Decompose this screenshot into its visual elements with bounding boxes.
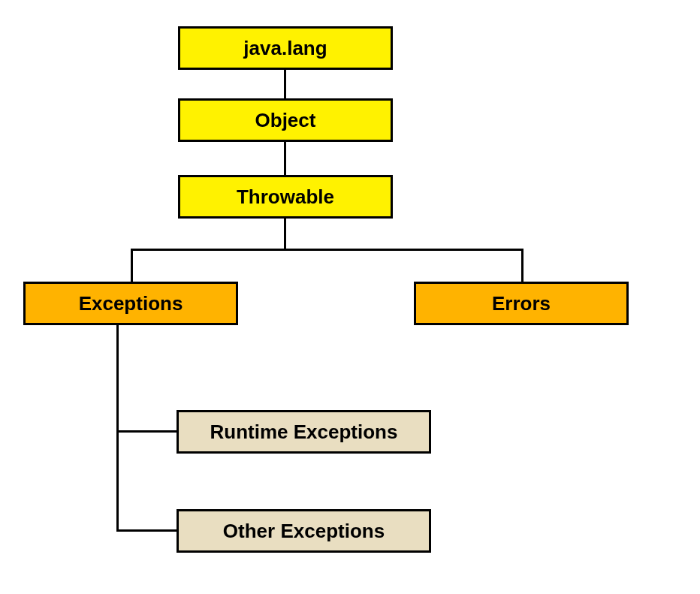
box-throwable: Throwable [178,175,393,219]
box-object: Object [178,98,393,142]
box-exceptions: Exceptions [23,282,238,325]
box-javalang: java.lang [178,26,393,70]
box-runtime-exceptions: Runtime Exceptions [177,410,431,454]
connector-javalang-object [284,70,286,98]
connector-throwable-split [131,249,523,251]
connector-to-errors [521,249,523,282]
connector-to-exceptions [131,249,133,282]
connector-to-runtime [116,430,177,433]
connector-to-other [116,529,177,532]
box-errors: Errors [414,282,629,325]
box-other-exceptions: Other Exceptions [177,509,431,553]
connector-exceptions-spine [116,325,119,532]
connector-object-throwable [284,142,286,175]
connector-throwable-down [284,219,286,250]
